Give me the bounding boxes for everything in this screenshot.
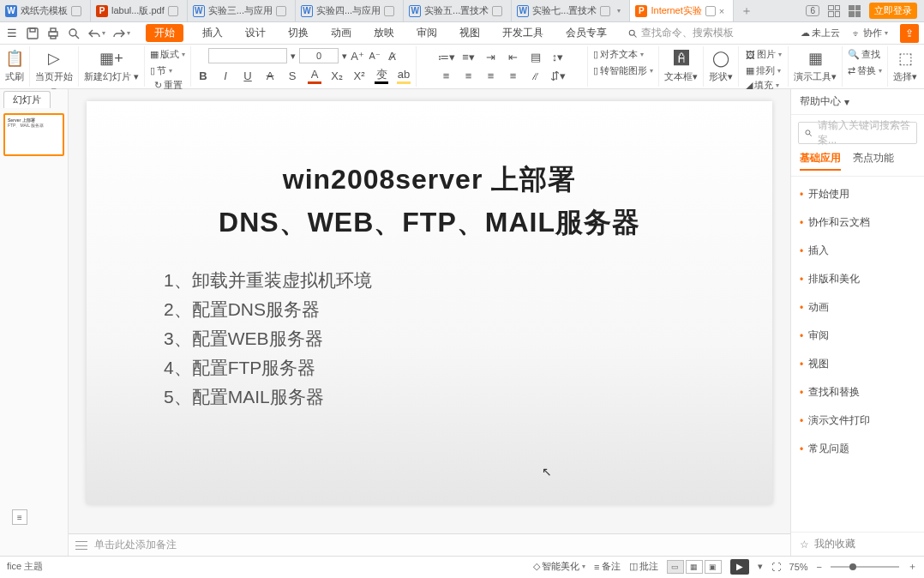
chevron-down-icon[interactable]: ▾ (617, 7, 621, 15)
zoom-percent[interactable]: 75% (789, 562, 808, 572)
decrease-font-icon[interactable]: A⁻ (368, 49, 381, 63)
find-button[interactable]: 🔍 查找 (848, 48, 882, 61)
comments-button[interactable]: ◫ 批注 (629, 560, 658, 573)
cloud-status[interactable]: ☁ 未上云 (801, 27, 840, 39)
grid-icon[interactable] (849, 5, 861, 17)
highlight-button[interactable]: ab (397, 68, 411, 84)
thumbnail-tab[interactable]: 幻灯片 (0, 89, 68, 108)
convert-smartart-button[interactable]: ▯ 转智能图形▾ (593, 64, 653, 77)
save-icon[interactable] (26, 27, 39, 40)
reading-view-button[interactable]: ▣ (705, 560, 722, 574)
close-icon[interactable]: × (719, 6, 724, 16)
indent-decrease-icon[interactable]: ⇤ (507, 50, 520, 63)
chevron-down-icon[interactable]: ▾ (342, 51, 347, 62)
command-search[interactable]: 查找命令、搜索模板 (627, 26, 734, 40)
bold-icon[interactable]: B (196, 69, 210, 82)
help-topic[interactable]: 开始使用 (791, 180, 924, 208)
select-button[interactable]: ⬚选择▾ (893, 48, 917, 83)
help-topic[interactable]: 排版和美化 (791, 265, 924, 293)
subscript-icon[interactable]: X₂ (330, 69, 344, 82)
line-spacing-icon[interactable]: ↕▾ (551, 50, 565, 63)
align-right-icon[interactable]: ≡ (484, 69, 498, 83)
tab-experiment-4[interactable]: W 实验四...与应用 (296, 0, 404, 21)
numbering-icon[interactable]: ≡▾ (462, 50, 476, 63)
anim-tool-button[interactable]: ▦演示工具▾ (794, 48, 837, 83)
share-button[interactable]: ⇪ (900, 24, 919, 43)
replace-button[interactable]: ⇄ 替换▾ (848, 64, 882, 77)
strikethrough-icon[interactable]: A (263, 69, 277, 82)
smart-beautify-button[interactable]: ◇ 智能美化 ▾ (533, 560, 585, 573)
layout-button[interactable]: ▦ 版式▾ (150, 48, 185, 61)
help-topic[interactable]: 协作和云文档 (791, 208, 924, 237)
new-slide-button[interactable]: ▦+新建幻灯片 ▾ (84, 48, 139, 83)
menu-home[interactable]: 开始 (146, 24, 183, 42)
zoom-slider[interactable] (831, 566, 899, 568)
slide-content[interactable]: win2008server 上部署 DNS、WEB、FTP、MAIL服务器 1、… (87, 101, 772, 504)
text-direction-icon[interactable]: ⇵▾ (551, 69, 565, 83)
login-button[interactable]: 立即登录 (869, 3, 917, 19)
underline-icon[interactable]: U (241, 69, 255, 82)
tab-experiment-5[interactable]: W 实验五...置技术 (404, 0, 512, 21)
change-case-button[interactable]: 变 (375, 68, 388, 84)
menu-design[interactable]: 设计 (242, 24, 269, 42)
align-text-button[interactable]: ▯ 对齐文本▾ (593, 48, 653, 61)
fit-button[interactable]: ⛶ (771, 562, 781, 572)
arrange-button[interactable]: ▦ 排列▾ (746, 64, 782, 77)
tab-experiment-7[interactable]: W 实验七...置技术 ▾ (512, 0, 630, 21)
shapes-button[interactable]: ◯形状▾ (709, 48, 733, 83)
indent-increase-icon[interactable]: ⇥ (484, 50, 498, 63)
help-tab-features[interactable]: 亮点功能 (853, 151, 894, 171)
format-painter-button[interactable]: 📋式刷 (5, 48, 24, 83)
zoom-out-button[interactable]: − (817, 562, 822, 572)
distribute-icon[interactable]: ⫽ (529, 69, 543, 83)
section-button[interactable]: ▯ 节▾ (150, 64, 185, 77)
undo-button[interactable]: ▾ (87, 27, 105, 40)
menu-slideshow[interactable]: 放映 (370, 24, 398, 42)
collapse-notes-button[interactable]: ≡ (12, 509, 27, 525)
italic-icon[interactable]: I (219, 69, 232, 82)
normal-view-button[interactable]: ▭ (667, 560, 684, 574)
tab-experiment-3[interactable]: W 实验三...与应用 (188, 0, 296, 21)
increase-font-icon[interactable]: A⁺ (351, 49, 364, 63)
font-size-input[interactable]: 0 (299, 48, 339, 63)
chevron-down-icon[interactable]: ▾ (844, 96, 849, 108)
new-tab-button[interactable]: ＋ (734, 0, 759, 21)
redo-button[interactable]: ▾ (112, 27, 130, 40)
menu-transition[interactable]: 切换 (285, 24, 312, 42)
help-topic[interactable]: 常见问题 (791, 435, 924, 463)
picture-button[interactable]: 🖼 图片▾ (746, 48, 782, 61)
help-topic[interactable]: 审阅 (791, 322, 924, 350)
shadow-icon[interactable]: S (285, 69, 299, 82)
help-search-input[interactable]: 请输入关键词搜索答案... (798, 122, 917, 144)
preview-icon[interactable] (67, 27, 81, 40)
slide-thumbnail-1[interactable]: Server 上部署 FTP、MAIL 服务器 (3, 113, 64, 156)
clear-format-icon[interactable]: A̷ (385, 49, 399, 63)
font-name-input[interactable] (208, 48, 287, 63)
chevron-down-icon[interactable]: ▾ (758, 561, 763, 572)
help-topic[interactable]: 视图 (791, 350, 924, 378)
tab-internet-experiment[interactable]: P Internet实验 × (630, 0, 734, 21)
tab-pdf[interactable]: P labul...版.pdf (91, 0, 188, 21)
print-icon[interactable] (46, 27, 60, 40)
columns-icon[interactable]: ▤ (529, 50, 543, 63)
font-color-button[interactable]: A (308, 68, 321, 84)
help-topic[interactable]: 插入 (791, 237, 924, 265)
menu-devtools[interactable]: 开发工具 (499, 24, 547, 42)
notes-pane[interactable]: 单击此处添加备注 (69, 533, 790, 556)
menu-vip[interactable]: 会员专享 (562, 24, 610, 42)
bullets-icon[interactable]: ≔▾ (440, 50, 453, 63)
notes-button[interactable]: ≡ 备注 (594, 560, 620, 573)
align-left-icon[interactable]: ≡ (440, 69, 453, 83)
align-justify-icon[interactable]: ≡ (507, 69, 520, 83)
help-topic[interactable]: 动画 (791, 293, 924, 322)
chevron-down-icon[interactable]: ▾ (291, 51, 296, 62)
help-favorites[interactable]: ☆ 我的收藏 (791, 532, 924, 556)
textbox-button[interactable]: 🅰文本框▾ (664, 48, 698, 83)
help-topic[interactable]: 演示文件打印 (791, 406, 924, 435)
help-tab-basic[interactable]: 基础应用 (800, 151, 841, 171)
sorter-view-button[interactable]: ▦ (686, 560, 703, 574)
badge-six[interactable]: 6 (806, 5, 819, 16)
superscript-icon[interactable]: X² (352, 69, 366, 82)
play-slideshow-button[interactable]: ▶ (730, 559, 749, 575)
tab-template[interactable]: W 戏纸壳模板 (0, 0, 91, 21)
